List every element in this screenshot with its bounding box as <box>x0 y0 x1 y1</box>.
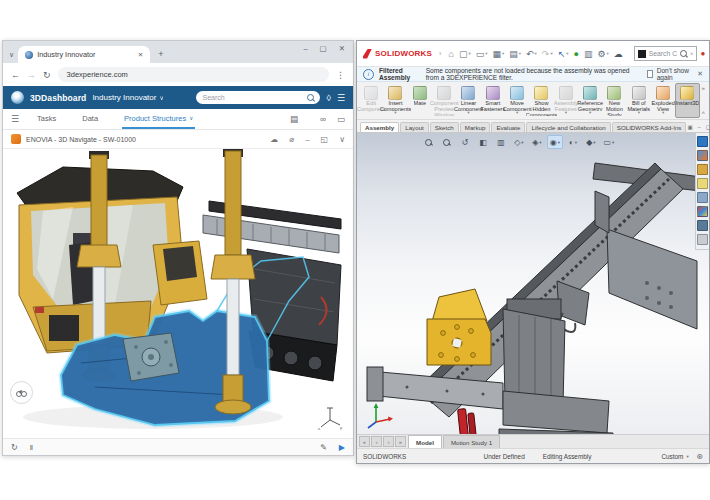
taskpane-3dexperience-icon[interactable] <box>697 136 708 147</box>
forward-button[interactable]: → <box>27 70 36 80</box>
info-close-icon[interactable]: ✕ <box>697 70 703 78</box>
app-menu-icon[interactable]: ☰ <box>337 93 345 103</box>
3ddashboard-logo-icon[interactable] <box>11 91 24 104</box>
ribbon-show-hidden-components[interactable]: Show Hidden Components ▾ <box>529 83 553 118</box>
dashboard-switcher[interactable]: Industry Innovator ∨ <box>92 93 163 102</box>
expand-widget-icon[interactable]: ◱ <box>321 135 329 144</box>
browser-close-button[interactable]: ✕ <box>339 44 345 53</box>
taskpane-custom-properties-icon[interactable] <box>697 220 708 231</box>
rebuild-icon[interactable]: ● ▾ <box>573 49 578 59</box>
view-orientation-icon[interactable]: ◇ ▾ <box>511 135 527 149</box>
taskpane-view-palette-icon[interactable] <box>697 192 708 203</box>
tab-markup[interactable]: Markup <box>460 122 491 132</box>
collapse-widget-icon[interactable]: ∨ <box>339 135 345 144</box>
tab-lifecycle-and-collaboration[interactable]: Lifecycle and Collaboration <box>526 122 610 132</box>
model-nav-prev[interactable]: ‹ <box>371 436 382 447</box>
ribbon-component-preview-window[interactable]: Component Preview Window ▾ <box>432 83 456 118</box>
browser-maximize-button[interactable]: ▢ <box>320 44 327 53</box>
tag-icon[interactable]: ◊ <box>326 93 330 103</box>
taskpane-file-explorer-icon[interactable] <box>697 178 708 189</box>
cloud-services-icon[interactable]: ☁ ▾ <box>614 49 623 59</box>
command-search-input[interactable]: Search C ∨ <box>634 46 698 61</box>
file-properties-icon[interactable]: ▥ ▾ <box>584 49 593 59</box>
orbit-icon[interactable]: ↻ <box>11 443 18 452</box>
edit-appearance-icon[interactable]: ◐ ▾ <box>565 135 581 149</box>
nav-menu-icon[interactable]: ☰ <box>11 114 19 124</box>
options-icon[interactable]: ⚙ ▾ <box>597 49 608 59</box>
address-bar[interactable]: 3dexperience.com <box>58 67 329 82</box>
previous-view-icon[interactable]: ↺ ▾ <box>457 135 473 149</box>
tab-assembly[interactable]: Assembly <box>360 122 399 132</box>
reload-button[interactable]: ↻ <box>43 70 51 80</box>
dont-show-again-checkbox[interactable] <box>647 70 653 78</box>
apply-scene-icon[interactable]: ◆ ▾ <box>583 135 599 149</box>
display-options-icon[interactable]: ▤ <box>290 114 298 124</box>
help-lifesaver-icon[interactable]: ● <box>700 49 705 58</box>
minimize-widget-icon[interactable]: – <box>305 135 309 144</box>
tab-evaluate[interactable]: Evaluate <box>491 122 525 132</box>
nav-item-tasks[interactable]: Tasks ∨ <box>35 109 58 129</box>
home-icon[interactable]: ⌂ ▾ <box>448 49 453 59</box>
tab-close-icon[interactable]: ✕ <box>138 51 143 59</box>
browser-minimize-button[interactable]: – <box>303 44 307 53</box>
comments-icon[interactable]: ▭ <box>337 114 345 124</box>
display-style-icon[interactable]: ◈ ▾ <box>529 135 545 149</box>
ribbon-bill-of-materials[interactable]: Bill of Materials ▾ <box>627 83 651 118</box>
browser-tab[interactable]: Industry Innovator ✕ <box>18 46 150 63</box>
graphics-area[interactable]: ▾ ▾ ↺ ▾ ◧ ▾ ▥ ▾ <box>357 133 709 434</box>
ribbon-collapse-icon[interactable]: ˄ <box>701 110 705 116</box>
doc-restore-icon[interactable]: ▢ <box>706 124 710 130</box>
select-icon[interactable]: ↖ ▾ <box>558 49 569 59</box>
pause-icon[interactable]: ‖ <box>30 443 33 452</box>
search-input[interactable]: Search <box>196 91 320 104</box>
vr-goggles-icon[interactable]: ∞ <box>320 114 326 124</box>
new-tab-button[interactable]: + <box>158 49 163 59</box>
model-nav-first[interactable]: « <box>359 436 370 447</box>
tab-sketch[interactable]: Sketch <box>430 122 459 132</box>
ribbon-mate[interactable]: Mate ▾ <box>408 83 432 118</box>
taskpane-design-library-icon[interactable] <box>697 164 708 175</box>
print-icon[interactable]: ▤ ▾ <box>509 49 521 59</box>
ribbon-instant3d[interactable]: Instant3D ▾ <box>675 83 699 118</box>
menu-expand-icon[interactable]: › <box>439 50 441 57</box>
tab-search-icon[interactable]: ∨ <box>9 51 14 59</box>
model-nav-next[interactable]: › <box>383 436 394 447</box>
edit-3d-icon[interactable]: ✎ <box>320 443 327 452</box>
new-document-icon[interactable]: ▢ ▾ <box>459 49 471 59</box>
taskpane-appearances-icon[interactable] <box>697 206 708 217</box>
play-3d-icon[interactable]: ▶ <box>339 443 345 452</box>
tab-solidworks-add-ins[interactable]: SOLIDWORKS Add-Ins <box>612 122 687 132</box>
back-button[interactable]: ← <box>11 70 20 80</box>
ribbon-assembly-features[interactable]: Assembly Features ▾ <box>554 83 578 118</box>
taskpane-resources-icon[interactable] <box>697 150 708 161</box>
nav-item-product-structures[interactable]: Product Structures ∨ <box>122 109 195 129</box>
units-selector[interactable]: Custom ▾ <box>661 453 688 460</box>
zoom-fit-icon[interactable]: ▾ <box>421 135 437 149</box>
undo-icon[interactable]: ↶ ▾ <box>526 49 537 59</box>
browser-menu-icon[interactable]: ⋮ <box>336 70 345 80</box>
model-tab[interactable]: Model <box>408 435 442 448</box>
doc-minimize-icon[interactable]: – <box>698 124 701 130</box>
status-globe-icon[interactable]: ⊛ <box>697 452 703 461</box>
save-icon[interactable]: ▦ ▾ <box>492 49 504 59</box>
cloud-icon[interactable]: ☁ <box>270 135 278 144</box>
open-icon[interactable]: ▭ ▾ <box>476 49 488 59</box>
ribbon-linear-component-pattern[interactable]: Linear Component Pattern ▾ <box>456 83 480 118</box>
attach-icon[interactable]: ⌀ <box>289 135 294 144</box>
nav-item-data[interactable]: Data ∨ <box>80 109 100 129</box>
ribbon-exploded-view[interactable]: Exploded View ▾ <box>651 83 675 118</box>
hide-show-items-icon[interactable]: ◉ ▾ <box>547 135 563 149</box>
ribbon-new-motion-study[interactable]: New Motion Study ▾ <box>602 83 626 118</box>
ribbon-reference-geometry[interactable]: Reference Geometry ▾ <box>578 83 602 118</box>
taskpane-collapse-icon[interactable] <box>697 234 708 245</box>
motion-study-tab[interactable]: Motion Study 1 <box>443 435 500 448</box>
redo-icon[interactable]: ↷ ▾ <box>542 49 553 59</box>
zoom-area-icon[interactable]: ▾ <box>439 135 455 149</box>
3d-navigate-viewport[interactable]: x y <box>3 149 353 438</box>
ribbon-insert-components[interactable]: Insert Components ▾ <box>383 83 407 118</box>
annotation-views-icon[interactable]: ▥ ▾ <box>493 135 509 149</box>
tab-layout[interactable]: Layout <box>400 122 429 132</box>
model-nav-last[interactable]: » <box>395 436 406 447</box>
ribbon-overflow-icon[interactable]: » <box>702 85 705 91</box>
doc-cascade-icon[interactable]: ▣ <box>687 124 692 130</box>
